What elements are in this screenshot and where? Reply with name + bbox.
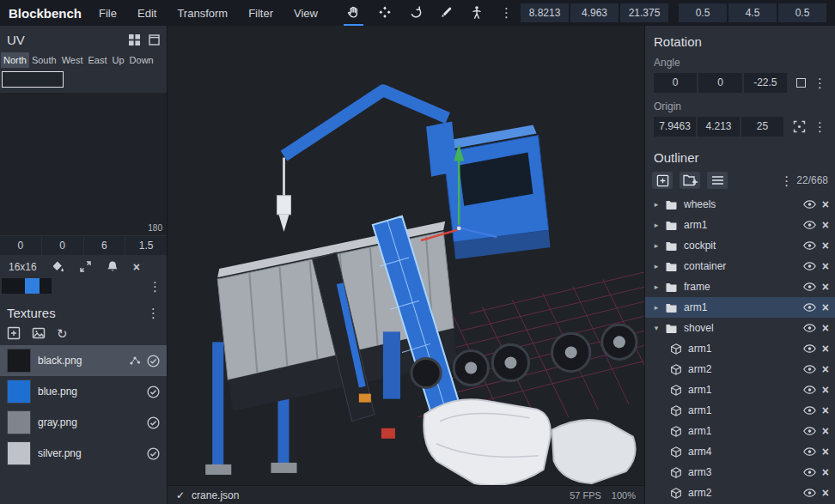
position-x-field[interactable]: 8.8213 [521,3,569,22]
texture-row[interactable]: blue.png [0,376,167,407]
viewport-canvas[interactable] [168,26,644,485]
particle-icon[interactable] [129,355,141,366]
outliner-item-label[interactable]: arm3 [688,466,800,478]
outliner-item-cube[interactable]: arm2 × [645,483,835,503]
outliner-item-label[interactable]: container [684,260,800,272]
uv-x-field[interactable]: 0 [0,236,41,255]
remove-icon[interactable]: × [822,281,829,293]
origin-z-field[interactable]: 25 [741,117,783,137]
visibility-eye-icon[interactable] [803,386,816,394]
visibility-eye-icon[interactable] [803,324,816,332]
outliner-item-cube[interactable]: arm2 × [645,359,835,380]
pose-tool-button[interactable] [468,0,485,26]
remove-icon[interactable]: × [822,466,829,478]
outliner-kebab-icon[interactable]: ⋮ [780,174,793,187]
visibility-eye-icon[interactable] [803,200,816,209]
outliner-item-label[interactable]: shovel [684,322,800,334]
texture-name[interactable]: silver.png [38,447,140,459]
outliner-item-label[interactable]: cockpit [684,240,800,252]
alert-icon[interactable] [107,260,119,273]
add-group-button[interactable] [680,172,700,189]
remove-icon[interactable]: × [822,446,829,458]
tab-up[interactable]: Up [110,52,127,68]
angle-y-field[interactable]: 0 [698,73,741,93]
import-texture-icon[interactable] [32,326,46,340]
tab-east[interactable]: East [86,52,110,68]
caret-icon[interactable]: ▸ [652,221,661,229]
remove-icon[interactable]: × [822,301,829,313]
origin-kebab-icon[interactable]: ⋮ [814,120,826,133]
visibility-eye-icon[interactable] [803,365,816,373]
add-cube-button[interactable] [652,172,673,189]
menu-filter[interactable]: Filter [248,7,273,20]
texture-thumbnail[interactable] [7,349,31,373]
remove-icon[interactable]: × [822,425,829,437]
outliner-item-label[interactable]: arm1 [688,384,800,396]
visibility-eye-icon[interactable] [803,489,816,497]
remove-icon[interactable]: × [822,240,829,252]
outliner-item-container[interactable]: ▸ container × [645,256,835,276]
close-icon[interactable]: × [133,261,140,273]
outliner-item-arm1-selected[interactable]: ▸ arm1 × [645,297,835,318]
rotate-tool-button[interactable] [406,0,425,26]
tab-south[interactable]: South [29,52,59,68]
visibility-eye-icon[interactable] [803,221,816,229]
remove-icon[interactable]: × [822,219,829,231]
texture-thumbnail[interactable] [7,410,31,434]
uv-height-field[interactable]: 1.5 [125,236,167,255]
texture-row[interactable]: silver.png [0,438,167,469]
texture-name[interactable]: blue.png [38,386,140,398]
outliner-item-label[interactable]: arm1 [688,425,800,437]
texture-row[interactable]: gray.png [0,407,167,438]
check-circle-icon[interactable] [147,386,160,398]
tab-west[interactable]: West [59,52,86,68]
visibility-eye-icon[interactable] [803,447,816,456]
texture-name[interactable]: gray.png [38,416,140,428]
texture-slider[interactable] [2,278,52,294]
keyframe-square-icon[interactable] [796,78,806,88]
outliner-item-cube[interactable]: arm3 × [645,462,835,483]
add-texture-icon[interactable] [7,326,21,340]
list-options-button[interactable] [707,172,728,189]
remove-icon[interactable]: × [822,384,829,396]
caret-icon[interactable]: ▸ [652,282,661,291]
outliner-item-cockpit[interactable]: ▸ cockpit × [645,235,835,256]
outliner-item-label[interactable]: arm1 [684,219,800,231]
remove-icon[interactable]: × [822,487,829,499]
outliner-item-cube[interactable]: arm1 × [645,421,835,441]
remove-icon[interactable]: × [822,260,829,272]
position-y-field[interactable]: 4.963 [570,3,619,22]
menu-file[interactable]: File [99,7,117,20]
caret-icon[interactable]: ▸ [652,241,661,250]
visibility-eye-icon[interactable] [803,468,816,477]
visibility-eye-icon[interactable] [803,262,816,270]
position-z-field[interactable]: 21.375 [620,3,668,22]
outliner-item-shovel[interactable]: ▾ shovel × [645,318,835,338]
pivot-y-field[interactable]: 4.5 [728,3,777,22]
angle-kebab-icon[interactable]: ⋮ [814,76,826,89]
visibility-eye-icon[interactable] [803,427,816,435]
visibility-eye-icon[interactable] [803,406,816,415]
more-tools-button[interactable]: ⋮ [497,0,515,26]
outliner-item-label[interactable]: arm2 [688,363,800,375]
outliner-item-label[interactable]: arm4 [688,446,800,458]
uv-preview-area[interactable]: 180 [0,93,167,235]
window-icon[interactable] [149,34,160,46]
viewport[interactable]: ✓ crane.json 57 FPS 100% [168,26,644,504]
remove-icon[interactable]: × [822,322,829,334]
menu-edit[interactable]: Edit [137,7,156,20]
angle-z-field[interactable]: -22.5 [744,73,787,93]
outliner-item-label[interactable]: arm1 [684,301,800,313]
texture-thumbnail[interactable] [7,441,31,465]
hand-tool-button[interactable] [344,0,363,26]
uv-coord-input[interactable] [2,71,64,88]
caret-icon[interactable]: ▾ [652,324,661,332]
outliner-item-label[interactable]: wheels [684,198,800,210]
outliner-item-cube[interactable]: arm1 × [645,400,835,421]
check-circle-icon[interactable] [147,447,160,460]
app-logo[interactable]: Blockbench [9,6,82,21]
origin-x-field[interactable]: 7.9463 [654,117,696,137]
slider-handle[interactable] [25,278,40,294]
remove-icon[interactable]: × [822,363,829,375]
textures-kebab-icon[interactable]: ⋮ [147,307,160,319]
